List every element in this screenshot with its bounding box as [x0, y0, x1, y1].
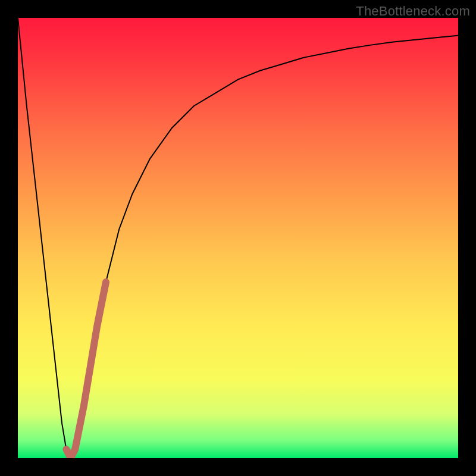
- plot-area: [18, 18, 458, 458]
- chart-svg: [18, 18, 458, 458]
- watermark-text: TheBottleneck.com: [356, 4, 470, 19]
- curve-highlight: [66, 282, 106, 458]
